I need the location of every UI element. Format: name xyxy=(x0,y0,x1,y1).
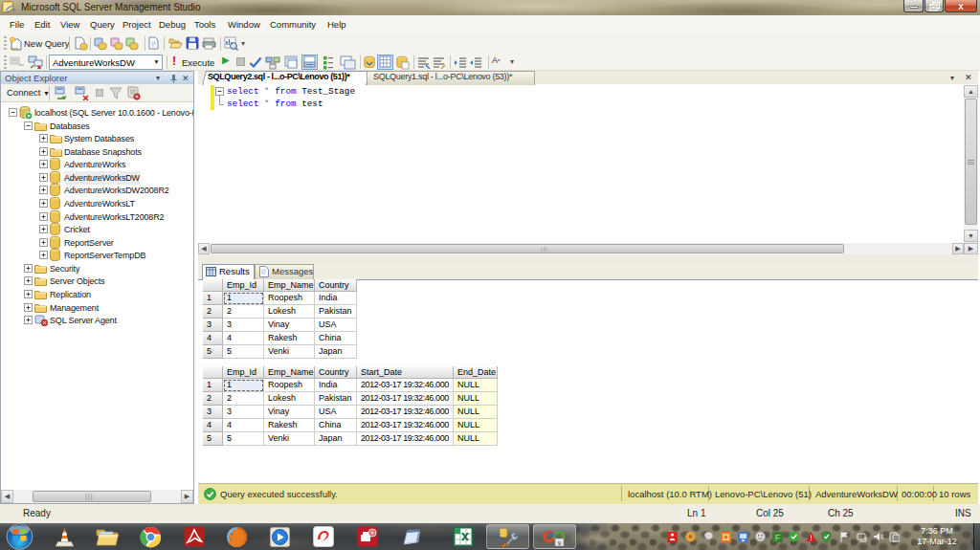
svg-text:F: F xyxy=(775,533,781,542)
